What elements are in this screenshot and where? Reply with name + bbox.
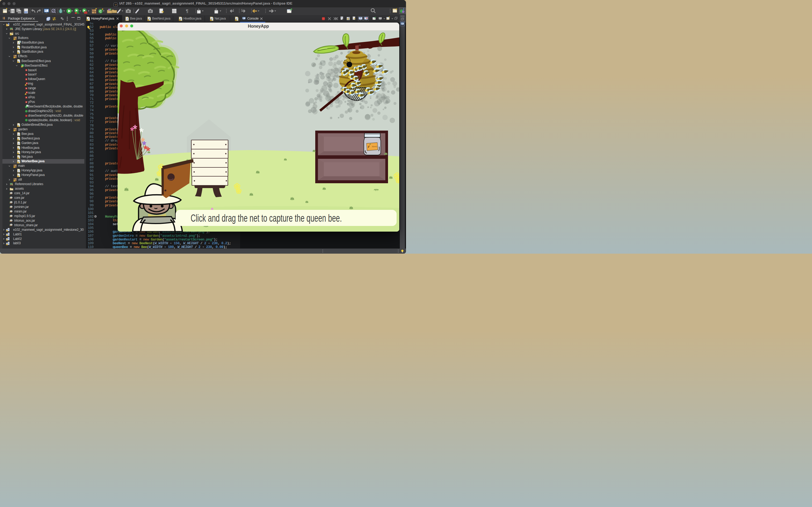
svg-text:Click and drag the net to capt: Click and drag the net to capture the qu… xyxy=(191,212,342,224)
svg-text:J: J xyxy=(8,241,9,243)
svg-text:Honey: Honey xyxy=(371,145,377,148)
svg-text:!: ! xyxy=(179,19,180,21)
svg-text:J: J xyxy=(8,22,9,24)
svg-text:A: A xyxy=(19,41,20,43)
svg-text:J: J xyxy=(18,142,19,145)
svg-text:J: J xyxy=(126,17,128,20)
svg-text:J: J xyxy=(403,8,404,11)
svg-text:!: ! xyxy=(236,19,236,21)
svg-text:J: J xyxy=(18,169,19,172)
svg-text:!: ! xyxy=(210,19,211,21)
svg-text:010: 010 xyxy=(25,11,28,13)
svg-text:J: J xyxy=(8,232,9,234)
svg-text:C: C xyxy=(99,10,102,13)
svg-text:J: J xyxy=(8,228,9,230)
svg-text:C: C xyxy=(26,105,28,107)
svg-text:J: J xyxy=(8,237,9,239)
svg-text:J: J xyxy=(18,133,19,135)
svg-text:!: ! xyxy=(148,19,149,21)
svg-text:!: ! xyxy=(87,19,87,21)
svg-text:¶: ¶ xyxy=(186,9,188,14)
